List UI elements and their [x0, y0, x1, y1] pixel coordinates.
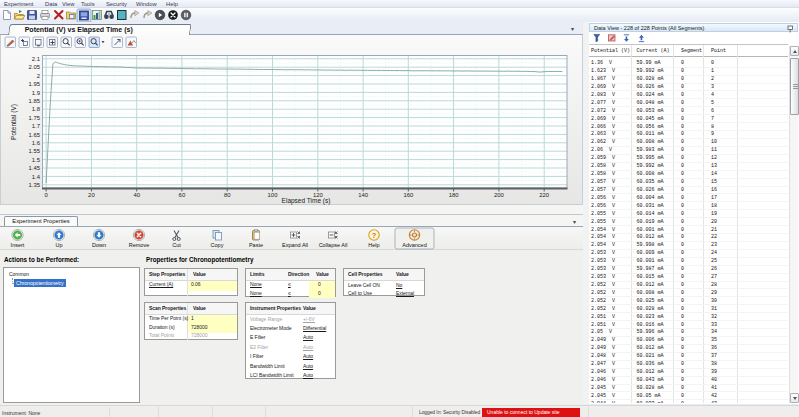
- svg-text:1.45: 1.45: [29, 165, 41, 171]
- svg-text:0: 0: [44, 192, 48, 198]
- svg-text:1.8: 1.8: [32, 106, 41, 112]
- svg-text:160: 160: [403, 192, 414, 198]
- svg-text:?: ?: [372, 231, 377, 240]
- svg-text:Advanced: Advanced: [402, 242, 426, 248]
- svg-text:Help: Help: [368, 242, 379, 248]
- svg-text:1.9: 1.9: [32, 90, 40, 96]
- svg-text:Insert: Insert: [11, 242, 25, 248]
- svg-text:1.75: 1.75: [29, 115, 41, 121]
- svg-text:180: 180: [449, 192, 460, 198]
- svg-text:1.85: 1.85: [29, 98, 41, 104]
- svg-text:Paste: Paste: [249, 242, 263, 248]
- svg-text:60: 60: [179, 192, 186, 198]
- svg-text:1.7: 1.7: [32, 123, 40, 129]
- svg-text:200: 200: [494, 192, 505, 198]
- svg-text:Copy: Copy: [211, 242, 224, 248]
- svg-text:Remove: Remove: [129, 242, 149, 248]
- svg-text:220: 220: [539, 192, 550, 198]
- svg-text:1.65: 1.65: [29, 132, 41, 138]
- svg-text:80: 80: [224, 192, 231, 198]
- svg-text:Cut: Cut: [172, 242, 181, 248]
- svg-text:Potential (V): Potential (V): [10, 104, 18, 140]
- svg-text:1.55: 1.55: [29, 148, 41, 154]
- svg-text:Elapsed Time (s): Elapsed Time (s): [282, 197, 331, 205]
- svg-text:Expand All: Expand All: [282, 242, 308, 248]
- svg-text:1.6: 1.6: [32, 140, 41, 146]
- svg-text:100: 100: [268, 192, 279, 198]
- svg-text:1.35: 1.35: [29, 182, 41, 188]
- svg-text:1.5: 1.5: [32, 157, 41, 163]
- svg-text:Up: Up: [55, 242, 62, 248]
- svg-text:20: 20: [88, 192, 95, 198]
- svg-text:1.4: 1.4: [32, 174, 41, 180]
- svg-text:Down: Down: [92, 242, 106, 248]
- svg-text:40: 40: [133, 192, 140, 198]
- svg-text:Collapse All: Collapse All: [319, 242, 348, 248]
- svg-text:2.05: 2.05: [29, 64, 41, 70]
- svg-text:1.95: 1.95: [29, 81, 41, 87]
- svg-text:140: 140: [358, 192, 369, 198]
- svg-text:2.1: 2.1: [32, 56, 40, 62]
- svg-text:2: 2: [37, 73, 40, 79]
